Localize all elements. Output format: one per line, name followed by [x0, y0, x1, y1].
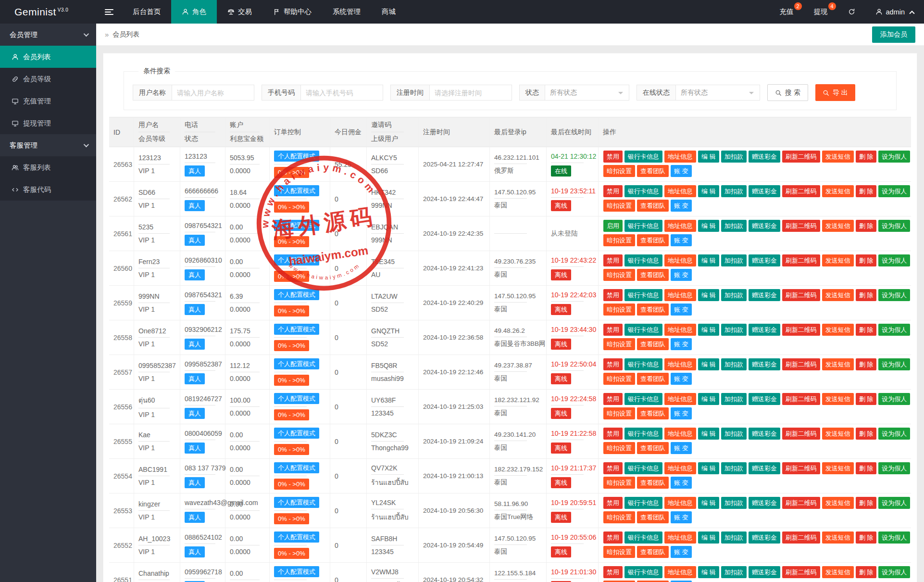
action-button[interactable]: 地址信息 [664, 151, 696, 163]
action-button[interactable]: 禁用 [603, 151, 623, 163]
action-button[interactable]: 暗扣设置 [603, 546, 635, 558]
action-button[interactable]: 加扣款 [721, 220, 747, 232]
select-dropdown[interactable]: 所有状态 [545, 85, 629, 101]
search-input[interactable] [172, 85, 254, 101]
action-button[interactable]: 赠送彩金 [749, 428, 780, 440]
action-button[interactable]: 赠送彩金 [749, 393, 780, 405]
withdraw-button[interactable]: 提现 4 [804, 0, 838, 24]
action-button[interactable]: 刷新二维码 [782, 324, 820, 336]
action-button[interactable]: 刷新二维码 [782, 358, 820, 370]
action-button[interactable]: 刷新二维码 [782, 151, 820, 163]
action-button[interactable]: 删 除 [856, 151, 877, 163]
action-button[interactable]: 加扣款 [721, 393, 747, 405]
nav-menu-item[interactable]: 帮助中心 [262, 0, 322, 24]
action-button[interactable]: 设为假人 [878, 185, 910, 197]
action-button[interactable]: 加扣款 [721, 462, 747, 474]
action-button[interactable]: 赠送彩金 [749, 566, 780, 578]
action-button[interactable]: 暗扣设置 [603, 165, 635, 177]
action-button[interactable]: 查看团队 [637, 546, 669, 558]
action-button[interactable]: 账 变 [671, 442, 692, 454]
action-button[interactable]: 地址信息 [664, 428, 696, 440]
action-button[interactable]: 编 辑 [698, 358, 719, 370]
action-button[interactable]: 发送短信 [822, 428, 854, 440]
action-button[interactable]: 暗扣设置 [603, 511, 635, 523]
action-button[interactable]: 编 辑 [698, 428, 719, 440]
action-button[interactable]: 地址信息 [664, 566, 696, 578]
nav-menu-item[interactable]: 系统管理 [322, 0, 371, 24]
action-button[interactable]: 账 变 [671, 373, 692, 385]
action-button[interactable]: 银行卡信息 [624, 289, 662, 301]
action-button[interactable]: 禁用 [603, 358, 623, 370]
action-button[interactable]: 发送短信 [822, 289, 854, 301]
search-input[interactable] [300, 85, 383, 101]
action-button[interactable]: 设为假人 [878, 254, 910, 266]
action-button[interactable]: 设为假人 [878, 531, 910, 544]
action-button[interactable]: 编 辑 [698, 254, 719, 266]
action-button[interactable]: 账 变 [671, 477, 692, 489]
action-button[interactable]: 地址信息 [664, 324, 696, 336]
menu-toggle-icon[interactable] [96, 0, 122, 24]
action-button[interactable]: 地址信息 [664, 358, 696, 370]
action-button[interactable]: 账 变 [671, 269, 692, 281]
action-button[interactable]: 设为假人 [878, 462, 910, 474]
action-button[interactable]: 删 除 [856, 393, 877, 405]
action-button[interactable]: 地址信息 [664, 254, 696, 266]
action-button[interactable]: 禁用 [603, 428, 623, 440]
action-button[interactable]: 刷新二维码 [782, 185, 820, 197]
action-button[interactable]: 刷新二维码 [782, 220, 820, 232]
nav-menu-item[interactable]: 商城 [371, 0, 406, 24]
action-button[interactable]: 设为假人 [878, 151, 910, 163]
action-button[interactable]: 加扣款 [721, 428, 747, 440]
action-button[interactable]: 地址信息 [664, 462, 696, 474]
action-button[interactable]: 刷新二维码 [782, 566, 820, 578]
action-button[interactable]: 发送短信 [822, 185, 854, 197]
action-button[interactable]: 设为假人 [878, 324, 910, 336]
action-button[interactable]: 银行卡信息 [624, 254, 662, 266]
action-button[interactable]: 启用 [603, 220, 623, 232]
action-button[interactable]: 删 除 [856, 531, 877, 544]
action-button[interactable]: 删 除 [856, 428, 877, 440]
action-button[interactable]: 加扣款 [721, 289, 747, 301]
sidebar-section-header[interactable]: 会员管理 [0, 24, 96, 46]
action-button[interactable]: 查看团队 [637, 234, 669, 246]
action-button[interactable]: 银行卡信息 [624, 220, 662, 232]
sidebar-section-header[interactable]: 客服管理 [0, 134, 96, 156]
action-button[interactable]: 发送短信 [822, 220, 854, 232]
action-button[interactable]: 设为假人 [878, 289, 910, 301]
action-button[interactable]: 银行卡信息 [624, 497, 662, 509]
action-button[interactable]: 地址信息 [664, 531, 696, 544]
action-button[interactable]: 加扣款 [721, 497, 747, 509]
export-button[interactable]: 导 出 [815, 84, 855, 101]
action-button[interactable]: 发送短信 [822, 324, 854, 336]
action-button[interactable]: 禁用 [603, 497, 623, 509]
action-button[interactable]: 删 除 [856, 220, 877, 232]
sidebar-item[interactable]: 会员列表 [0, 46, 96, 68]
sidebar-item[interactable]: 充值管理 [0, 90, 96, 112]
action-button[interactable]: 地址信息 [664, 289, 696, 301]
action-button[interactable]: 暗扣设置 [603, 200, 635, 212]
action-button[interactable]: 查看团队 [637, 442, 669, 454]
action-button[interactable]: 暗扣设置 [603, 304, 635, 316]
action-button[interactable]: 赠送彩金 [749, 220, 780, 232]
action-button[interactable]: 发送短信 [822, 254, 854, 266]
action-button[interactable]: 加扣款 [721, 531, 747, 544]
action-button[interactable]: 账 变 [671, 200, 692, 212]
action-button[interactable]: 银行卡信息 [624, 358, 662, 370]
sidebar-item[interactable]: 客服代码 [0, 178, 96, 201]
action-button[interactable]: 设为假人 [878, 220, 910, 232]
action-button[interactable]: 加扣款 [721, 324, 747, 336]
nav-menu-item[interactable]: 后台首页 [122, 0, 171, 24]
action-button[interactable]: 设为假人 [878, 566, 910, 578]
sidebar-item[interactable]: 会员等级 [0, 68, 96, 90]
action-button[interactable]: 暗扣设置 [603, 373, 635, 385]
action-button[interactable]: 删 除 [856, 462, 877, 474]
action-button[interactable]: 地址信息 [664, 497, 696, 509]
nav-menu-item[interactable]: 角色 [171, 0, 217, 24]
action-button[interactable]: 账 变 [671, 338, 692, 350]
action-button[interactable]: 刷新二维码 [782, 462, 820, 474]
action-button[interactable]: 编 辑 [698, 185, 719, 197]
action-button[interactable]: 赠送彩金 [749, 151, 780, 163]
select-dropdown[interactable]: 所有状态 [675, 85, 760, 101]
action-button[interactable]: 编 辑 [698, 462, 719, 474]
action-button[interactable]: 暗扣设置 [603, 407, 635, 419]
